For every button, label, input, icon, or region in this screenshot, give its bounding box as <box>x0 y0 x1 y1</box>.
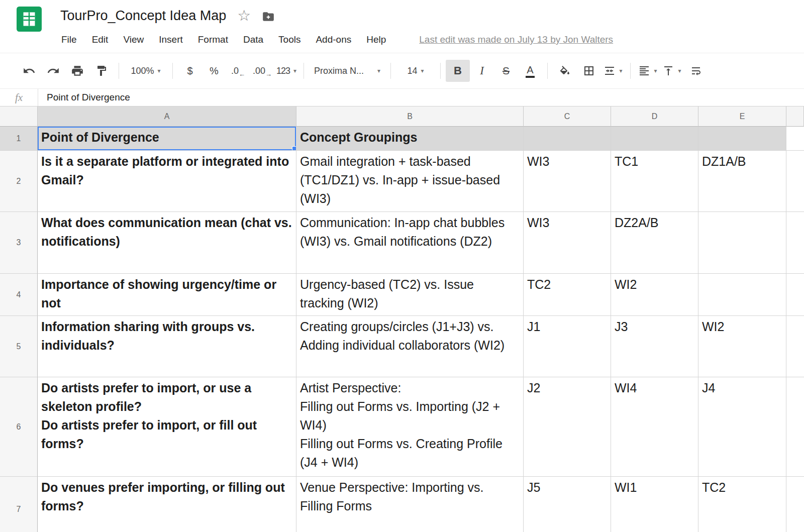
cell-B1[interactable]: Concept Groupings <box>296 127 524 151</box>
row-header-7[interactable]: 7 <box>0 477 38 532</box>
column-header-a[interactable]: A <box>38 107 296 127</box>
fx-icon: fx <box>0 89 38 106</box>
undo-button[interactable] <box>17 60 41 82</box>
toolbar-separator <box>119 63 119 79</box>
fill-color-button[interactable] <box>553 60 577 82</box>
menu-file[interactable]: File <box>61 34 77 45</box>
sheets-logo <box>17 7 42 34</box>
row-header-4[interactable]: 4 <box>0 274 38 316</box>
cell-D3[interactable]: DZ2A/B <box>611 212 698 274</box>
cell-A3[interactable]: What does communication mean (chat vs. n… <box>38 212 296 274</box>
cell-C6[interactable]: J2 <box>524 377 611 477</box>
menu-addons[interactable]: Add-ons <box>316 34 351 45</box>
cell-C2[interactable]: WI3 <box>524 151 611 212</box>
chevron-down-icon: ▾ <box>377 67 380 74</box>
print-button[interactable] <box>65 60 89 82</box>
cell-B3[interactable]: Communication: In-app chat bubbles (WI3)… <box>296 212 524 274</box>
cell-D6[interactable]: WI4 <box>611 377 698 477</box>
cell-D7[interactable]: WI1 <box>611 477 698 532</box>
cell-E5[interactable]: WI2 <box>698 316 786 377</box>
cell-D5[interactable]: J3 <box>611 316 698 377</box>
vertical-align-button[interactable]: ▾ <box>660 60 684 82</box>
cell-D4[interactable]: WI2 <box>611 274 698 316</box>
cell-C1[interactable] <box>524 127 611 151</box>
font-size-value: 14 <box>407 66 417 76</box>
menu-help[interactable]: Help <box>366 34 386 45</box>
row-6: 6 Do artists prefer to import, or use a … <box>0 377 804 477</box>
row-header-6[interactable]: 6 <box>0 377 38 477</box>
font-size-select[interactable]: 14 ▾ <box>396 60 435 82</box>
chevron-down-icon: ▾ <box>158 67 161 74</box>
font-family-select[interactable]: Proxima N... ▾ <box>309 60 385 82</box>
column-header-f[interactable] <box>786 107 804 127</box>
cell-B2[interactable]: Gmail integration + task-based (TC1/DZ1)… <box>296 151 524 212</box>
cell-A7[interactable]: Do venues prefer importing, or filling o… <box>38 477 296 532</box>
menu-edit[interactable]: Edit <box>92 34 109 45</box>
row-header-3[interactable]: 3 <box>0 212 38 274</box>
row-header-2[interactable]: 2 <box>0 151 38 212</box>
cell-C4[interactable]: TC2 <box>524 274 611 316</box>
text-color-button[interactable]: A <box>518 60 542 82</box>
cell-A4[interactable]: Importance of showing urgency/time or no… <box>38 274 296 316</box>
menu-view[interactable]: View <box>123 34 144 45</box>
menu-insert[interactable]: Insert <box>159 34 183 45</box>
cell-F1[interactable] <box>786 127 804 151</box>
number-format-menu[interactable]: 123 ▾ <box>274 60 298 82</box>
row-header-5[interactable]: 5 <box>0 316 38 377</box>
cell-F6[interactable] <box>786 377 804 477</box>
menu-data[interactable]: Data <box>243 34 263 45</box>
cell-F3[interactable] <box>786 212 804 274</box>
menu-format[interactable]: Format <box>198 34 228 45</box>
select-all-corner[interactable] <box>0 107 38 127</box>
cell-B6[interactable]: Artist Perspective: Filling out Forms vs… <box>296 377 524 477</box>
cell-C5[interactable]: J1 <box>524 316 611 377</box>
italic-button[interactable]: I <box>470 60 494 82</box>
last-edit-link[interactable]: Last edit was made on July 13 by Jon Wal… <box>419 34 613 45</box>
currency-format-button[interactable]: $ <box>178 60 202 82</box>
cell-A1[interactable]: Point of Divergence <box>38 127 296 151</box>
cell-F7[interactable] <box>786 477 804 532</box>
cell-E1[interactable] <box>698 127 786 151</box>
paint-format-button[interactable] <box>89 60 114 82</box>
merge-cells-button[interactable]: ▾ <box>601 60 625 82</box>
cell-B5[interactable]: Creating groups/circles (J1+J3) vs. Addi… <box>296 316 524 377</box>
cell-A6[interactable]: Do artists prefer to import, or use a sk… <box>38 377 296 477</box>
move-folder-icon[interactable] <box>262 10 275 23</box>
cell-F4[interactable] <box>786 274 804 316</box>
cell-E2[interactable]: DZ1A/B <box>698 151 786 212</box>
row-header-1[interactable]: 1 <box>0 127 38 151</box>
star-icon[interactable]: ☆ <box>237 8 251 23</box>
decrease-decimal-button[interactable]: .0 ← <box>226 60 250 82</box>
cell-B7[interactable]: Venue Perspective: Importing vs. Filling… <box>296 477 524 532</box>
text-wrap-button[interactable] <box>684 60 708 82</box>
cell-D2[interactable]: TC1 <box>611 151 698 212</box>
cell-B4[interactable]: Urgency-based (TC2) vs. Issue tracking (… <box>296 274 524 316</box>
bold-button[interactable]: B <box>446 60 470 82</box>
cell-E3[interactable] <box>698 212 786 274</box>
formula-input[interactable]: Point of Divergence <box>38 89 804 106</box>
document-title[interactable]: TourPro_Concept Idea Map <box>60 8 226 24</box>
zoom-select[interactable]: 100% ▾ <box>124 60 167 82</box>
horizontal-align-button[interactable]: ▾ <box>636 60 660 82</box>
cell-E7[interactable]: TC2 <box>698 477 786 532</box>
cell-E4[interactable] <box>698 274 786 316</box>
column-header-b[interactable]: B <box>296 107 524 127</box>
cell-F5[interactable] <box>786 316 804 377</box>
cell-F2[interactable] <box>786 151 804 212</box>
cell-C7[interactable]: J5 <box>524 477 611 532</box>
cell-A2[interactable]: Is it a separate platform or integrated … <box>38 151 296 212</box>
column-header-c[interactable]: C <box>524 107 611 127</box>
strikethrough-label: S <box>502 65 510 77</box>
increase-decimal-button[interactable]: .00 → <box>250 60 274 82</box>
cell-D1[interactable] <box>611 127 698 151</box>
column-header-e[interactable]: E <box>698 107 786 127</box>
cell-C3[interactable]: WI3 <box>524 212 611 274</box>
cell-A5[interactable]: Information sharing with groups vs. indi… <box>38 316 296 377</box>
cell-E6[interactable]: J4 <box>698 377 786 477</box>
borders-button[interactable] <box>577 60 601 82</box>
strikethrough-button[interactable]: S <box>494 60 518 82</box>
redo-button[interactable] <box>41 60 65 82</box>
percent-format-button[interactable]: % <box>202 60 226 82</box>
column-header-d[interactable]: D <box>611 107 698 127</box>
menu-tools[interactable]: Tools <box>278 34 300 45</box>
